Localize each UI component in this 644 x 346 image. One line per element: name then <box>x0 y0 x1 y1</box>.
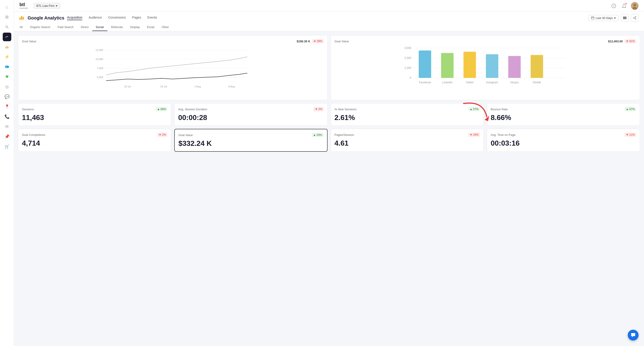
nav-audience[interactable]: Audience <box>88 16 102 20</box>
goal-value-header: Goal Value ▲ 34% <box>178 133 323 137</box>
sidebar-icon-leaf[interactable] <box>3 72 11 81</box>
columns-toggle-button[interactable] <box>621 14 629 22</box>
bar-chart-change: 81% <box>629 40 635 43</box>
svg-line-1 <box>8 27 8 28</box>
nav-events[interactable]: Events <box>148 16 157 20</box>
svg-text:Instagram: Instagram <box>486 81 498 84</box>
page-title-area: Google Analytics Acquisition Audience Co… <box>20 15 157 21</box>
bounce-rate-title: Bounce Rate <box>491 108 508 111</box>
subnav-direct[interactable]: Direct <box>77 24 92 31</box>
date-range-picker[interactable]: Last 30 Days ▾ <box>588 15 619 21</box>
svg-line-27 <box>634 17 635 18</box>
line-chart-meta: $190.30 K ▼ 39% <box>297 39 324 43</box>
sidebar-icon-home[interactable]: ⌂ <box>3 3 11 11</box>
sessions-header: Sessions ▲ 68% <box>22 107 167 111</box>
svg-rect-15 <box>21 16 22 20</box>
svg-line-28 <box>634 18 635 19</box>
avg-time-down-icon: ▼ <box>626 133 629 136</box>
line-chart-area: 12,500 10,000 7,500 5,000 18 Jul 25 Jul … <box>22 46 324 91</box>
subnav-display[interactable]: Display <box>126 24 144 31</box>
bounce-rate-value: 8.66% <box>491 113 636 122</box>
svg-rect-17 <box>591 17 594 19</box>
sidebar-icon-location[interactable]: 📌 <box>3 132 11 141</box>
new-sessions-card: % New Sessions ▲ 57% 2.61% <box>331 103 484 126</box>
logo-area: btl counsel <box>20 2 28 9</box>
firm-label: BTL Law Firm <box>36 4 54 8</box>
date-picker-chevron: ▾ <box>614 16 616 20</box>
avg-time-badge: ▼ 11% <box>624 133 636 137</box>
sidebar-icon-salesforce[interactable]: sf <box>3 63 11 71</box>
new-sessions-up-icon: ▲ <box>470 108 472 111</box>
subnav-social[interactable]: Social <box>92 24 107 31</box>
subnav-paid[interactable]: Paid Search <box>54 24 77 31</box>
goal-completions-title: Goal Completions <box>22 133 45 136</box>
goal-value-badge: ▲ 34% <box>312 133 324 137</box>
page-header-top: Google Analytics Acquisition Audience Co… <box>20 14 638 22</box>
svg-text:7,500: 7,500 <box>97 67 103 70</box>
bar-chart-title: Goal Value <box>334 40 349 43</box>
svg-rect-23 <box>626 17 626 19</box>
sidebar: ⌂ ⊞ ⚡ sf ◎ 💬 📍 📞 ✉ 📌 🛒 <box>0 0 14 346</box>
svg-point-12 <box>634 4 636 6</box>
line-chart-title: Goal Value <box>22 40 36 43</box>
sessions-title: Sessions <box>22 108 34 111</box>
sidebar-icon-grid[interactable]: ⊞ <box>3 13 11 21</box>
sidebar-icon-circle[interactable]: ◎ <box>3 82 11 91</box>
date-range-label: Last 30 Days <box>596 16 613 20</box>
svg-text:1 Aug: 1 Aug <box>194 85 201 88</box>
chat-button[interactable] <box>628 330 638 340</box>
new-sessions-badge: ▲ 57% <box>468 107 480 111</box>
sidebar-icon-pin[interactable]: 📍 <box>3 102 11 111</box>
goal-value-up-icon: ▲ <box>313 133 316 136</box>
logo: btl counsel <box>20 2 28 9</box>
svg-text:10,000: 10,000 <box>96 58 103 60</box>
sidebar-icon-bar[interactable] <box>3 43 11 51</box>
goal-value-change: 34% <box>316 133 322 136</box>
goal-value-title: Goal Value <box>178 133 192 137</box>
new-sessions-value: 2.61% <box>334 113 480 122</box>
sub-navigation: All Organic Search Paid Search Direct So… <box>20 24 638 31</box>
bar-chart-arrow-icon: ▼ <box>626 40 629 43</box>
sidebar-icon-mail[interactable]: ✉ <box>3 122 11 131</box>
avg-session-card: Avg. Session Duration ▼ 2% 00:00:28 <box>174 103 327 126</box>
main-area: btl counsel BTL Law Firm ▾ ? <box>14 0 644 346</box>
subnav-email[interactable]: Email <box>143 24 158 31</box>
svg-text:?: ? <box>613 5 614 8</box>
sessions-change: 68% <box>160 108 166 111</box>
share-button[interactable] <box>631 14 638 22</box>
notifications-button[interactable] <box>620 2 628 10</box>
pages-session-card: Pages/Session ▼ 16% 4.61 <box>331 129 484 152</box>
svg-rect-22 <box>624 17 625 19</box>
goal-completions-down-icon: ▼ <box>159 133 162 136</box>
nav-conversions[interactable]: Conversions <box>108 16 126 20</box>
firm-selector[interactable]: BTL Law Firm ▾ <box>34 3 60 9</box>
sidebar-icon-cart[interactable]: 🛒 <box>3 142 11 151</box>
sidebar-icon-search[interactable] <box>3 23 11 31</box>
svg-text:1,000: 1,000 <box>404 66 412 70</box>
avg-time-header: Avg. Time on Page ▼ 11% <box>491 133 636 137</box>
goal-completions-badge: ▼ 2% <box>157 133 167 137</box>
svg-text:3,000: 3,000 <box>404 46 412 50</box>
subnav-all[interactable]: All <box>20 24 26 31</box>
nav-pages[interactable]: Pages <box>132 16 141 20</box>
line-chart-card: Goal Value $190.30 K ▼ 39% <box>18 35 328 100</box>
avg-time-card: Avg. Time on Page ▼ 11% 00:03:16 <box>487 129 640 152</box>
svg-rect-53 <box>508 56 520 78</box>
subnav-organic[interactable]: Organic Search <box>26 24 54 31</box>
sidebar-icon-bolt[interactable]: ⚡ <box>3 53 11 61</box>
bar-chart-badge: ▼ 81% <box>624 39 636 43</box>
top-navigation: btl counsel BTL Law Firm ▾ ? <box>14 0 644 12</box>
svg-rect-49 <box>419 51 431 78</box>
line-chart-arrow-icon: ▼ <box>314 40 316 43</box>
svg-rect-50 <box>441 53 454 78</box>
nav-acquisition[interactable]: Acquisition <box>67 16 82 20</box>
user-avatar[interactable] <box>631 2 638 10</box>
help-button[interactable]: ? <box>610 2 617 10</box>
svg-text:Facebook: Facebook <box>419 81 431 84</box>
avg-time-change: 11% <box>629 133 635 136</box>
subnav-other[interactable]: Other <box>158 24 173 31</box>
sidebar-icon-analytics[interactable] <box>3 33 11 41</box>
subnav-referrals[interactable]: Referrals <box>107 24 126 31</box>
sidebar-icon-chat[interactable]: 💬 <box>3 92 11 101</box>
sidebar-icon-phone[interactable]: 📞 <box>3 112 11 121</box>
